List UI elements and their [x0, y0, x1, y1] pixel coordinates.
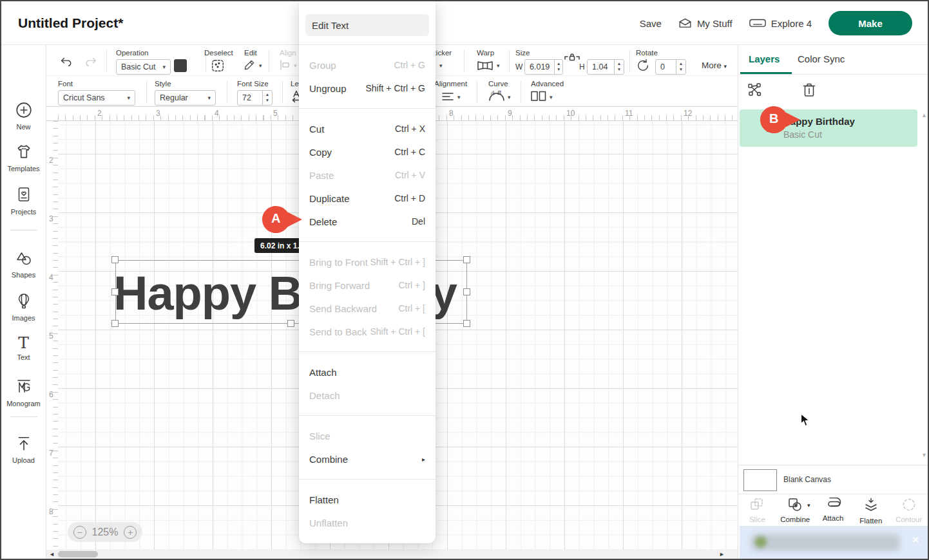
menu-item-attach[interactable]: Attach [299, 360, 436, 384]
lock-aspect-icon[interactable] [564, 53, 580, 62]
operation-select[interactable]: Basic Cut ▾ [116, 59, 171, 75]
stepper-down-icon[interactable]: ▼ [265, 98, 269, 104]
horizontal-scrollbar[interactable]: ◄ ► [46, 550, 738, 559]
zoom-in-button[interactable]: + [124, 526, 137, 539]
ruler-number: 3 [156, 109, 160, 118]
advanced-icon[interactable] [531, 91, 546, 102]
alignment-caret-icon[interactable]: ▾ [457, 94, 461, 100]
left-sidebar: New Templates Projects Shapes Images T T… [1, 45, 46, 559]
height-value: 1.04 [588, 60, 614, 74]
ruler-number: 11 [625, 109, 633, 118]
curve-caret-icon[interactable]: ▾ [508, 94, 511, 100]
stepper-up-icon[interactable]: ▲ [679, 61, 683, 67]
tab-layers[interactable]: Layers [749, 53, 780, 64]
trash-icon[interactable] [801, 82, 817, 98]
list-scroll-up-icon[interactable]: ▲ [921, 112, 927, 118]
menu-item-edit-text[interactable]: Edit Text [305, 14, 429, 36]
menu-item-detach: Detach [299, 384, 436, 407]
height-input[interactable]: 1.04 ▲▼ [587, 59, 624, 75]
svg-text:A: A [490, 89, 495, 96]
menu-item-ungroup[interactable]: UngroupShift + Ctrl + G [299, 77, 436, 100]
sticker-caret-icon[interactable]: ▾ [439, 62, 443, 69]
rotate-label: Rotate [636, 49, 658, 57]
selection-handle-bottom-left[interactable] [111, 320, 119, 327]
advanced-caret-icon[interactable]: ▾ [550, 94, 553, 100]
warp-caret-icon[interactable]: ▾ [497, 62, 500, 69]
save-button[interactable]: Save [640, 18, 662, 29]
close-icon[interactable]: × [912, 534, 919, 546]
more-button[interactable]: More ▾ [702, 61, 727, 70]
operation-value: Basic Cut [121, 62, 156, 71]
toolbar-divider [269, 50, 269, 72]
rotate-value: 0 [656, 60, 676, 74]
font-size-value: 72 [238, 91, 262, 105]
font-value: Cricut Sans [63, 93, 105, 102]
list-scroll-down-icon[interactable]: ▼ [921, 452, 927, 458]
ruler-number: 5 [49, 331, 53, 341]
sidebar-item-monogram[interactable]: Monogram [1, 378, 46, 407]
warp-icon[interactable] [477, 60, 493, 71]
menu-item-flatten[interactable]: Flatten [299, 488, 436, 511]
group-select-icon[interactable] [747, 82, 763, 98]
chevron-down-icon: ▾ [207, 95, 211, 101]
sidebar-item-text[interactable]: T Text [1, 335, 46, 361]
rotate-icon[interactable] [636, 59, 650, 73]
alignment-icon[interactable] [442, 92, 454, 101]
menu-item-cut[interactable]: CutCtrl + X [299, 117, 436, 140]
scroll-right-icon[interactable]: ► [719, 551, 725, 557]
stepper-down-icon[interactable]: ▼ [617, 67, 621, 73]
pencil-icon[interactable] [243, 59, 256, 71]
edit-caret-icon[interactable]: ▾ [259, 62, 262, 69]
width-stepper[interactable]: ▲▼ [554, 60, 562, 74]
selection-handle-top-left[interactable] [111, 256, 119, 263]
machine-label: Explore 4 [771, 18, 812, 29]
menu-item-combine[interactable]: Combine▸ [299, 447, 436, 471]
make-button[interactable]: Make [828, 11, 912, 35]
selection-handle-right[interactable] [463, 288, 470, 295]
font-select[interactable]: Cricut Sans ▾ [58, 90, 135, 106]
flatten-button[interactable]: Flatten [852, 494, 890, 526]
menu-item-delete[interactable]: DeleteDel [299, 210, 436, 233]
ruler-number: 4 [49, 273, 53, 282]
menu-item-bring-to-front: Bring to FrontShift + Ctrl + ] [299, 250, 436, 274]
style-select[interactable]: Regular ▾ [155, 90, 216, 106]
sidebar-item-shapes[interactable]: Shapes [1, 251, 46, 279]
material-color-swatch[interactable] [174, 59, 187, 72]
font-size-stepper[interactable]: ▲▼ [262, 91, 272, 105]
sidebar-item-images[interactable]: Images [1, 293, 46, 322]
tab-color-sync[interactable]: Color Sync [798, 53, 845, 64]
height-stepper[interactable]: ▲▼ [614, 60, 624, 74]
font-size-input[interactable]: 72 ▲▼ [237, 90, 273, 106]
rotate-input[interactable]: 0 ▲▼ [655, 59, 686, 75]
stepper-down-icon[interactable]: ▼ [679, 67, 683, 73]
sidebar-item-templates[interactable]: Templates [1, 144, 46, 173]
my-stuff-button[interactable]: My Stuff [678, 18, 733, 29]
scrollbar-thumb[interactable] [58, 551, 98, 557]
blank-canvas-row[interactable]: Blank Canvas [738, 465, 928, 494]
stepper-down-icon[interactable]: ▼ [557, 67, 560, 73]
curve-icon[interactable]: AB [488, 89, 505, 103]
deselect-icon[interactable] [211, 59, 225, 73]
scroll-left-icon[interactable]: ◄ [49, 551, 55, 557]
stepper-up-icon[interactable]: ▲ [617, 61, 621, 67]
machine-selector[interactable]: Explore 4 [749, 18, 812, 29]
attach-button[interactable]: Attach [814, 494, 852, 526]
selection-handle-bottom-center[interactable] [287, 320, 294, 327]
stepper-up-icon[interactable]: ▲ [557, 61, 560, 67]
stepper-up-icon[interactable]: ▲ [265, 92, 269, 98]
selection-handle-top-right[interactable] [463, 256, 470, 263]
sidebar-item-upload[interactable]: Upload [1, 435, 46, 464]
width-input[interactable]: 6.019 ▲▼ [524, 59, 563, 75]
sidebar-item-projects[interactable]: Projects [1, 187, 46, 216]
zoom-out-button[interactable]: − [73, 526, 86, 539]
rotate-stepper[interactable]: ▲▼ [676, 60, 685, 74]
zoom-control: − 125% + [68, 522, 142, 542]
selection-handle-left[interactable] [111, 288, 119, 295]
combine-button[interactable]: ▾ Combine [776, 494, 814, 526]
menu-item-duplicate[interactable]: DuplicateCtrl + D [299, 187, 436, 210]
alignment-label: Alignment [434, 80, 467, 88]
sidebar-item-new[interactable]: New [1, 102, 46, 131]
undo-icon[interactable] [59, 57, 73, 67]
menu-item-copy[interactable]: CopyCtrl + C [299, 140, 436, 163]
selection-handle-bottom-right[interactable] [463, 320, 470, 327]
